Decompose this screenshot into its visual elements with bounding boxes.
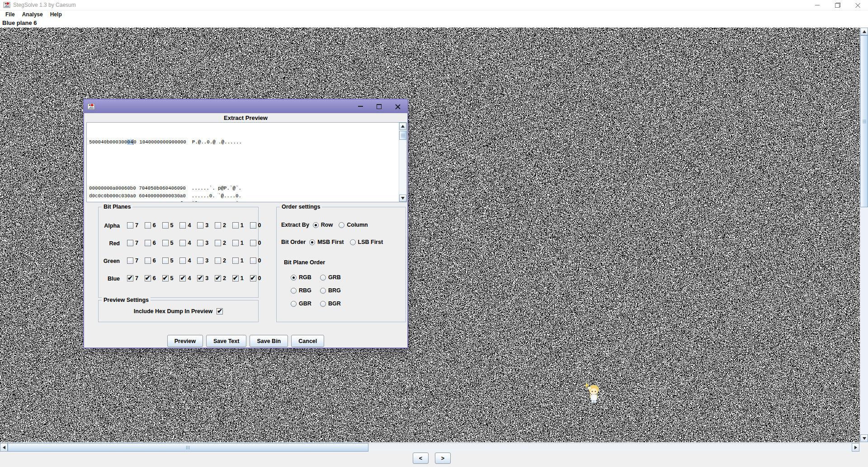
checkbox-icon[interactable]: [197, 275, 203, 281]
include-hex-dump-checkbox[interactable]: [217, 308, 223, 315]
bitplane-checkbox-cell[interactable]: 5: [162, 222, 180, 229]
checkbox-icon[interactable]: [179, 275, 186, 281]
radio-option[interactable]: RBG: [291, 287, 320, 294]
bitplane-checkbox-cell[interactable]: 4: [179, 240, 197, 246]
radio-option[interactable]: MSB First: [309, 239, 344, 245]
checkbox-icon[interactable]: [250, 275, 256, 281]
bitplane-checkbox-cell[interactable]: 3: [197, 257, 215, 264]
radio-option[interactable]: GRB: [320, 274, 341, 281]
menu-item[interactable]: Analyse: [19, 10, 47, 19]
bitplane-checkbox-cell[interactable]: 0: [250, 240, 268, 246]
bitplane-checkbox-cell[interactable]: 5: [162, 275, 180, 281]
checkbox-icon[interactable]: [145, 257, 151, 264]
radio-option[interactable]: BRG: [320, 287, 341, 294]
checkbox-icon[interactable]: [179, 240, 186, 246]
menu-item[interactable]: Help: [47, 10, 66, 19]
bitplane-checkbox-cell[interactable]: 1: [232, 222, 250, 229]
bitplane-checkbox-cell[interactable]: 3: [197, 240, 215, 246]
bitplane-checkbox-cell[interactable]: 6: [145, 240, 162, 246]
dialog-titlebar[interactable]: [84, 100, 407, 113]
radio-icon[interactable]: [291, 275, 297, 281]
bitplane-checkbox-cell[interactable]: 3: [197, 222, 215, 229]
checkbox-icon[interactable]: [250, 240, 256, 246]
minimize-button[interactable]: [807, 0, 827, 10]
checkbox-icon[interactable]: [145, 275, 151, 281]
bitplane-checkbox-cell[interactable]: 2: [215, 275, 232, 281]
checkbox-icon[interactable]: [179, 257, 186, 264]
checkbox-icon[interactable]: [127, 275, 133, 281]
vertical-scrollbar[interactable]: [860, 28, 868, 442]
bitplane-checkbox-cell[interactable]: 1: [232, 240, 250, 246]
radio-icon[interactable]: [291, 288, 297, 294]
checkbox-icon[interactable]: [162, 275, 169, 281]
bitplane-checkbox-cell[interactable]: 1: [232, 275, 250, 281]
close-button[interactable]: [848, 0, 868, 10]
menu-item[interactable]: File: [2, 10, 19, 19]
bitplane-checkbox-cell[interactable]: 7: [127, 257, 145, 264]
checkbox-icon[interactable]: [162, 222, 169, 229]
restore-button[interactable]: [827, 0, 848, 10]
bitplane-checkbox-cell[interactable]: 0: [250, 257, 268, 264]
checkbox-icon[interactable]: [215, 240, 221, 246]
checkbox-icon[interactable]: [197, 257, 203, 264]
checkbox-icon[interactable]: [197, 240, 203, 246]
bitplane-checkbox-cell[interactable]: 0: [250, 222, 268, 229]
checkbox-icon[interactable]: [232, 275, 239, 281]
bitplane-checkbox-cell[interactable]: 5: [162, 240, 180, 246]
bitplane-checkbox-cell[interactable]: 1: [232, 257, 250, 264]
bitplane-checkbox-cell[interactable]: 7: [127, 275, 145, 281]
checkbox-icon[interactable]: [215, 275, 221, 281]
bitplane-checkbox-cell[interactable]: 0: [250, 275, 268, 281]
checkbox-icon[interactable]: [250, 257, 256, 264]
horizontal-scrollbar[interactable]: [0, 443, 860, 452]
bitplane-checkbox-cell[interactable]: 7: [127, 240, 145, 246]
bitplane-checkbox-cell[interactable]: 4: [179, 257, 197, 264]
checkbox-icon[interactable]: [145, 222, 151, 229]
radio-option[interactable]: Column: [339, 222, 368, 228]
bitplane-checkbox-cell[interactable]: 6: [145, 222, 162, 229]
checkbox-icon[interactable]: [250, 222, 256, 229]
radio-icon[interactable]: [320, 301, 326, 307]
radio-option[interactable]: LSB First: [350, 239, 383, 245]
vertical-scrollbar-thumb[interactable]: [860, 35, 868, 207]
scroll-left-button[interactable]: [0, 443, 8, 452]
radio-option[interactable]: Row: [313, 222, 333, 228]
radio-option[interactable]: BGR: [320, 300, 341, 307]
dialog-button[interactable]: Cancel: [291, 335, 324, 347]
checkbox-icon[interactable]: [127, 257, 133, 264]
checkbox-icon[interactable]: [215, 257, 221, 264]
bitplane-checkbox-cell[interactable]: 2: [215, 222, 232, 229]
radio-option[interactable]: GBR: [291, 300, 320, 307]
textarea-scrollbar-thumb[interactable]: [399, 131, 406, 140]
hex-dump-textarea[interactable]: 500040b000300040 1040000000900000 P.@..0…: [86, 122, 407, 202]
dialog-minimize-icon[interactable]: [358, 106, 363, 107]
bitplane-checkbox-cell[interactable]: 5: [162, 257, 180, 264]
radio-icon[interactable]: [339, 222, 344, 228]
scroll-down-button[interactable]: [860, 434, 868, 442]
checkbox-icon[interactable]: [232, 222, 239, 229]
textarea-scroll-down-button[interactable]: [399, 195, 406, 202]
checkbox-icon[interactable]: [127, 240, 133, 246]
horizontal-scrollbar-thumb[interactable]: [8, 443, 368, 452]
dialog-close-icon[interactable]: [395, 104, 400, 109]
checkbox-icon[interactable]: [127, 222, 133, 229]
bitplane-checkbox-cell[interactable]: 6: [145, 257, 162, 264]
checkbox-icon[interactable]: [162, 257, 169, 264]
textarea-scroll-up-button[interactable]: [399, 123, 406, 130]
checkbox-icon[interactable]: [232, 257, 239, 264]
checkbox-icon[interactable]: [215, 222, 221, 229]
previous-plane-button[interactable]: <: [413, 453, 429, 464]
checkbox-icon[interactable]: [232, 240, 239, 246]
checkbox-icon[interactable]: [145, 240, 151, 246]
bitplane-checkbox-cell[interactable]: 2: [215, 240, 232, 246]
bitplane-checkbox-cell[interactable]: 4: [179, 222, 197, 229]
checkbox-icon[interactable]: [197, 222, 203, 229]
bitplane-checkbox-cell[interactable]: 4: [179, 275, 197, 281]
radio-option[interactable]: RGB: [291, 274, 320, 281]
radio-icon[interactable]: [291, 301, 297, 307]
scroll-up-button[interactable]: [860, 28, 868, 35]
bitplane-checkbox-cell[interactable]: 2: [215, 257, 232, 264]
checkbox-icon[interactable]: [162, 240, 169, 246]
scroll-right-button[interactable]: [852, 443, 859, 452]
radio-icon[interactable]: [313, 222, 319, 228]
